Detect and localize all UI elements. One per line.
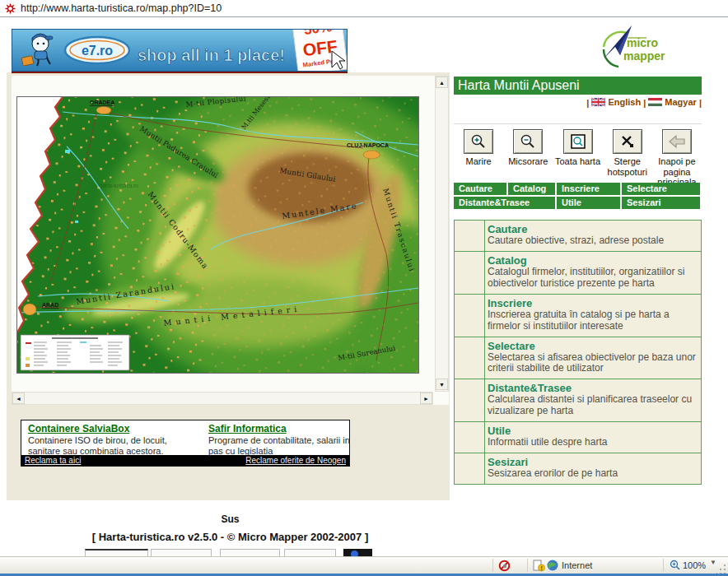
lang-sep: | bbox=[699, 98, 702, 108]
banner-slogan: shop all in 1 place! bbox=[138, 46, 285, 64]
menu-item-distante[interactable]: Distante&Trasee bbox=[454, 197, 555, 209]
menu-item-utile[interactable]: Utile bbox=[557, 197, 620, 209]
map-toolbar: Marire Micsorare Toata harta bbox=[454, 129, 702, 188]
section-desc: Catalogul firmelor, institutiilor, organ… bbox=[488, 267, 697, 290]
section-row: Utile Informatii utile despre harta bbox=[455, 422, 701, 453]
vertical-scrollbar[interactable] bbox=[435, 76, 449, 392]
section-row: Sesizari Sesizarea erorilor de pe harta bbox=[455, 453, 701, 484]
section-title: Sesizari bbox=[488, 456, 697, 468]
city-label-cluj: CLUJ-NAPOCA bbox=[347, 142, 389, 148]
hungary-flag-icon bbox=[648, 98, 662, 106]
lang-magyar-label: Magyar bbox=[665, 97, 697, 107]
section-row: Catalog Catalogul firmelor, institutiilo… bbox=[455, 252, 701, 295]
svg-text:!: ! bbox=[540, 565, 542, 571]
security-zone-label: Internet bbox=[562, 560, 592, 570]
scroll-down-arrow[interactable]: ▼ bbox=[436, 379, 448, 390]
ad-left-link[interactable]: Containere SalviaBox bbox=[28, 423, 184, 434]
section-title: Distante&Trasee bbox=[488, 382, 697, 394]
full-map-icon bbox=[569, 132, 587, 151]
map-legend bbox=[21, 335, 129, 370]
scroll-up-arrow[interactable]: ▲ bbox=[436, 77, 448, 88]
address-bar[interactable]: http://www.harta-turistica.ro/map.php?ID… bbox=[0, 0, 728, 17]
scroll-right-arrow[interactable]: ► bbox=[420, 393, 432, 404]
ad-right: Safir Informatica Programe de contabilit… bbox=[208, 423, 365, 457]
logo-word2: mapper bbox=[623, 49, 665, 63]
ads-footer-left-link[interactable]: Reclama ta aici bbox=[25, 456, 81, 465]
lang-sep: | bbox=[586, 98, 589, 108]
menu-item-catalog[interactable]: Catalog bbox=[508, 183, 555, 195]
delete-hotspots-button[interactable] bbox=[613, 129, 642, 154]
section-title: Utile bbox=[488, 425, 697, 437]
ad-left: Containere SalviaBox Containere ISO de b… bbox=[28, 423, 184, 457]
lang-english-link[interactable]: English bbox=[591, 97, 641, 107]
delete-hotspots-icon bbox=[618, 132, 637, 151]
lang-magyar-link[interactable]: Magyar bbox=[648, 97, 697, 107]
zoom-in-label: Marire bbox=[466, 156, 492, 167]
menu-item-cautare[interactable]: Cautare bbox=[454, 183, 506, 195]
svg-text:e7.ro: e7.ro bbox=[82, 44, 113, 58]
resize-grip[interactable] bbox=[716, 564, 726, 574]
lang-english-label: English bbox=[608, 97, 641, 107]
zoom-level-icon bbox=[670, 560, 681, 571]
sections-table: Cautare Cautare obiective, strazi, adres… bbox=[454, 220, 702, 485]
section-title: Cautare bbox=[488, 223, 697, 235]
status-bar: ! Internet 100% ▼ bbox=[0, 556, 728, 574]
divider-line bbox=[454, 123, 702, 124]
menu-item-selectare[interactable]: Selectare bbox=[622, 183, 700, 195]
section-desc: Cautare obiective, strazi, adrese postal… bbox=[488, 235, 697, 247]
section-row: Distante&Trasee Calcularea distantei si … bbox=[455, 379, 701, 422]
banner-ad[interactable]: e7.ro shop all in 1 place! 50% OFF Marke… bbox=[12, 29, 348, 72]
section-row: Inscriere Inscrierea gratuita în catalog… bbox=[455, 295, 701, 337]
zoom-out-icon bbox=[519, 132, 537, 151]
ad-left-desc: Containere ISO de birou, de locuit, sani… bbox=[28, 435, 184, 457]
back-arrow-icon bbox=[667, 132, 687, 151]
banner-underline bbox=[12, 72, 348, 73]
zoom-in-button[interactable] bbox=[464, 129, 493, 154]
back-button[interactable] bbox=[662, 129, 692, 154]
full-map-label: Toata harta bbox=[555, 156, 600, 167]
url-text[interactable]: http://www.harta-turistica.ro/map.php?ID… bbox=[21, 2, 222, 14]
favicon-gear-icon bbox=[5, 3, 16, 14]
blocked-icon bbox=[498, 560, 511, 572]
section-desc: Sesizarea erorilor de pe harta bbox=[488, 468, 697, 480]
city-label-arad: ARAD bbox=[42, 302, 58, 308]
text-ads-box: Containere SalviaBox Containere ISO de b… bbox=[21, 420, 350, 467]
ad-right-link[interactable]: Safir Informatica bbox=[208, 423, 365, 434]
language-switcher: | English | Magyar | bbox=[454, 97, 702, 109]
zoom-dropdown-caret[interactable]: ▼ bbox=[710, 559, 716, 566]
e7ro-logo: e7.ro bbox=[65, 37, 129, 63]
copyright-text: [ Harta-turistica.ro v2.5.0 - © Micro Ma… bbox=[12, 531, 449, 543]
section-title: Inscriere bbox=[488, 297, 697, 309]
section-title: Selectare bbox=[488, 340, 697, 352]
section-desc: Inscrierea gratuita în catalog si pe har… bbox=[488, 309, 697, 332]
section-desc: Calcularea distantei si planificarea tra… bbox=[488, 394, 697, 417]
main-menu: Cautare Catalog Inscriere Selectare Dist… bbox=[454, 183, 702, 209]
menu-item-sesizari[interactable]: Sesizari bbox=[622, 197, 700, 209]
globe-icon bbox=[547, 560, 558, 571]
section-row: Selectare Selectarea si afisarea obiecti… bbox=[455, 337, 701, 380]
map-watermark: harta-turistica.ro bbox=[100, 183, 138, 188]
lang-sep: | bbox=[643, 98, 646, 108]
up-link[interactable]: Sus bbox=[12, 513, 449, 525]
micromapper-logo: micro mapper bbox=[595, 22, 671, 75]
section-desc: Informatii utile despre harta bbox=[488, 437, 697, 448]
section-desc: Selectarea si afisarea obiectivelor pe b… bbox=[488, 352, 697, 375]
browser-window: http://www.harta-turistica.ro/map.php?ID… bbox=[0, 0, 728, 576]
map-image[interactable]: ORADEA CLUJ-NAPOCA ARAD M-tii Plopisului… bbox=[16, 96, 419, 374]
zoom-out-label: Micsorare bbox=[508, 156, 548, 167]
page-title: Harta Muntii Apuseni bbox=[454, 77, 702, 95]
ads-footer-right-link[interactable]: Reclame oferite de Neogen bbox=[245, 456, 346, 465]
section-title: Catalog bbox=[488, 254, 697, 267]
ads-footer-bar: Reclama ta aici Reclame oferite de Neoge… bbox=[21, 455, 349, 466]
menu-item-inscriere[interactable]: Inscriere bbox=[557, 183, 620, 195]
city-label-oradea: ORADEA bbox=[90, 100, 114, 105]
section-row: Cautare Cautare obiective, strazi, adres… bbox=[455, 221, 701, 252]
scroll-left-arrow[interactable]: ◄ bbox=[12, 393, 25, 404]
horizontal-scrollbar[interactable] bbox=[12, 392, 433, 405]
delete-hotspots-label: Sterge hotspoturi bbox=[603, 156, 652, 177]
full-map-button[interactable] bbox=[563, 129, 593, 154]
zoom-level-value[interactable]: 100% bbox=[683, 560, 706, 570]
zoom-out-button[interactable] bbox=[513, 129, 543, 154]
page-warning-icon: ! bbox=[533, 560, 545, 572]
zoom-in-icon bbox=[469, 132, 488, 151]
